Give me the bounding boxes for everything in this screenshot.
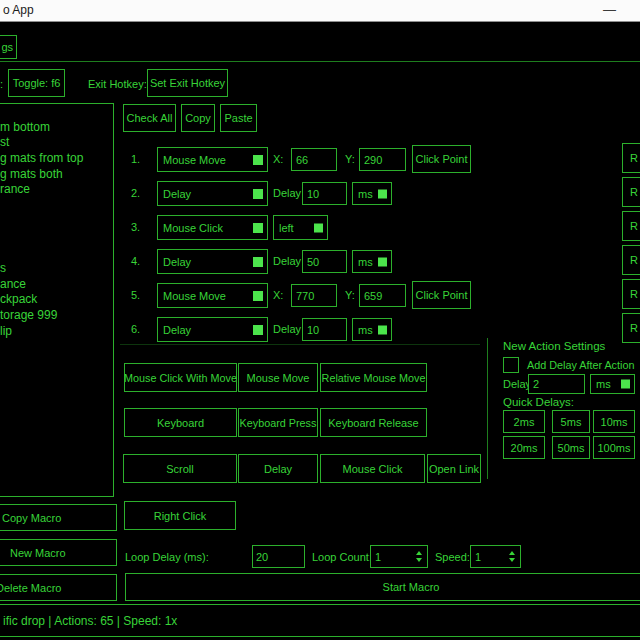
remove-action-button[interactable]: R — [622, 245, 640, 275]
check-all-button[interactable]: Check All — [123, 104, 176, 132]
macro-list-item[interactable]: rance — [0, 182, 113, 198]
stepper-up-icon[interactable] — [509, 551, 515, 555]
loop-count-stepper[interactable]: 1 — [370, 545, 428, 568]
stepper-down-icon[interactable] — [416, 558, 422, 562]
loop-delay-label: Loop Delay (ms): — [125, 551, 209, 563]
macro-list-item[interactable]: g mats from top — [0, 151, 113, 167]
quick-delay-20ms-button[interactable]: 20ms — [503, 436, 545, 459]
macro-list-item[interactable]: ckpack — [0, 292, 113, 308]
quick-delay-10ms-button[interactable]: 10ms — [593, 410, 635, 433]
action-type-dropdown[interactable]: Mouse Move — [157, 147, 268, 172]
remove-action-button[interactable]: R — [622, 313, 640, 343]
action-row-4: 4. Delay Delay 50 ms — [119, 249, 640, 275]
quick-delay-5ms-button[interactable]: 5ms — [552, 410, 590, 433]
speed-value: 1 — [475, 551, 481, 563]
x-coordinate-input[interactable]: 770 — [291, 284, 337, 307]
delay-unit-dropdown[interactable]: ms — [352, 318, 392, 341]
quick-delay-50ms-button[interactable]: 50ms — [552, 436, 590, 459]
action-type-value: Delay — [163, 324, 191, 336]
copy-button[interactable]: Copy — [181, 104, 215, 132]
delay-value-input[interactable]: 10 — [302, 318, 347, 341]
mouse-button-dropdown[interactable]: left — [273, 215, 328, 240]
macro-list-item[interactable] — [0, 198, 113, 214]
macro-list-item[interactable]: torage 999 — [0, 308, 113, 324]
action-type-value: Delay — [163, 188, 191, 200]
action-type-dropdown[interactable]: Delay — [157, 317, 268, 342]
delay-unit-dropdown[interactable]: ms — [352, 250, 392, 273]
keyboard-press-button[interactable]: Keyboard Press — [238, 408, 318, 437]
delay-label: Delay — [273, 255, 301, 267]
scroll-button[interactable]: Scroll — [123, 454, 237, 483]
action-type-dropdown[interactable]: Delay — [157, 249, 268, 274]
y-coordinate-input[interactable]: 290 — [359, 148, 406, 171]
mouse-click-button[interactable]: Mouse Click — [320, 454, 425, 483]
mouse-click-with-move-button[interactable]: Mouse Click With Move — [124, 363, 237, 392]
copy-macro-button[interactable]: Copy Macro — [0, 504, 117, 531]
new-delay-unit-dropdown[interactable]: ms — [590, 374, 635, 394]
add-delay-checkbox[interactable] — [503, 357, 519, 373]
settings-panel-divider — [487, 338, 488, 479]
remove-action-button[interactable]: R — [622, 211, 640, 241]
remove-label: R — [630, 220, 638, 232]
macro-list-item[interactable] — [0, 104, 113, 120]
action-type-dropdown[interactable]: Mouse Click — [157, 215, 268, 240]
button-label: Mouse Move — [247, 372, 310, 384]
macro-list-item[interactable] — [0, 230, 113, 246]
stepper-up-icon[interactable] — [416, 551, 422, 555]
remove-action-button[interactable]: R — [622, 279, 640, 309]
macro-list-item[interactable]: s — [0, 261, 113, 277]
remove-action-button[interactable]: R — [622, 143, 640, 173]
action-type-dropdown[interactable]: Mouse Move — [157, 283, 268, 308]
delay-button[interactable]: Delay — [238, 454, 318, 483]
paste-button[interactable]: Paste — [220, 104, 257, 132]
click-point-button[interactable]: Click Point — [412, 281, 471, 309]
right-click-button[interactable]: Right Click — [124, 501, 236, 530]
action-type-dropdown[interactable]: Delay — [157, 181, 268, 206]
macro-list-item[interactable] — [0, 245, 113, 261]
keyboard-button[interactable]: Keyboard — [124, 408, 237, 437]
set-exit-hotkey-button[interactable]: Set Exit Hotkey — [147, 69, 228, 97]
quick-delay-label: 5ms — [561, 416, 582, 428]
minimize-icon[interactable]: — — [603, 2, 616, 17]
keyboard-release-button[interactable]: Keyboard Release — [320, 408, 427, 437]
y-label: Y: — [345, 153, 355, 165]
action-type-value: Mouse Move — [163, 290, 226, 302]
new-action-settings-title: New Action Settings — [503, 340, 605, 352]
x-label: X: — [273, 289, 283, 301]
new-macro-button[interactable]: New Macro — [0, 539, 117, 566]
delay-value-input[interactable]: 10 — [302, 182, 347, 205]
copy-macro-label: Copy Macro — [2, 512, 61, 524]
new-delay-input[interactable]: 2 — [528, 374, 585, 394]
quick-delay-2ms-button[interactable]: 2ms — [503, 410, 545, 433]
y-coordinate-input[interactable]: 659 — [359, 284, 406, 307]
relative-mouse-move-button[interactable]: Relative Mouse Move — [320, 363, 427, 392]
menu-settings-button[interactable]: gs — [0, 35, 17, 59]
x-coordinate-input[interactable]: 66 — [291, 148, 337, 171]
button-label: Open Link — [429, 463, 479, 475]
macro-listbox[interactable]: m bottom st g mats from top g mats both … — [0, 103, 114, 497]
loop-delay-input[interactable]: 20 — [252, 545, 305, 568]
mouse-move-button[interactable]: Mouse Move — [238, 363, 318, 392]
menubar-divider — [0, 61, 640, 62]
delay-unit-dropdown[interactable]: ms — [352, 182, 392, 205]
stepper-down-icon[interactable] — [509, 558, 515, 562]
open-link-button[interactable]: Open Link — [427, 454, 481, 483]
action-index: 4. — [131, 255, 140, 267]
delay-label: Delay — [273, 187, 301, 199]
quick-delay-100ms-button[interactable]: 100ms — [593, 436, 635, 459]
macro-list-item[interactable]: g mats both — [0, 167, 113, 183]
macro-list-item[interactable]: ance — [0, 277, 113, 293]
remove-label: R — [630, 152, 638, 164]
delay-value-input[interactable]: 50 — [302, 250, 347, 273]
click-point-button[interactable]: Click Point — [412, 145, 471, 173]
speed-stepper[interactable]: 1 — [470, 545, 521, 568]
quick-delay-label: 2ms — [514, 416, 535, 428]
macro-list-item[interactable] — [0, 214, 113, 230]
toggle-hotkey-button[interactable]: Toggle: f6 — [8, 69, 65, 97]
macro-list-item[interactable]: m bottom — [0, 120, 113, 136]
macro-list-item[interactable]: lip — [0, 324, 113, 340]
start-macro-button[interactable]: Start Macro — [125, 573, 640, 601]
delete-macro-button[interactable]: Delete Macro — [0, 574, 117, 601]
macro-list-item[interactable]: st — [0, 135, 113, 151]
remove-action-button[interactable]: R — [622, 177, 640, 207]
